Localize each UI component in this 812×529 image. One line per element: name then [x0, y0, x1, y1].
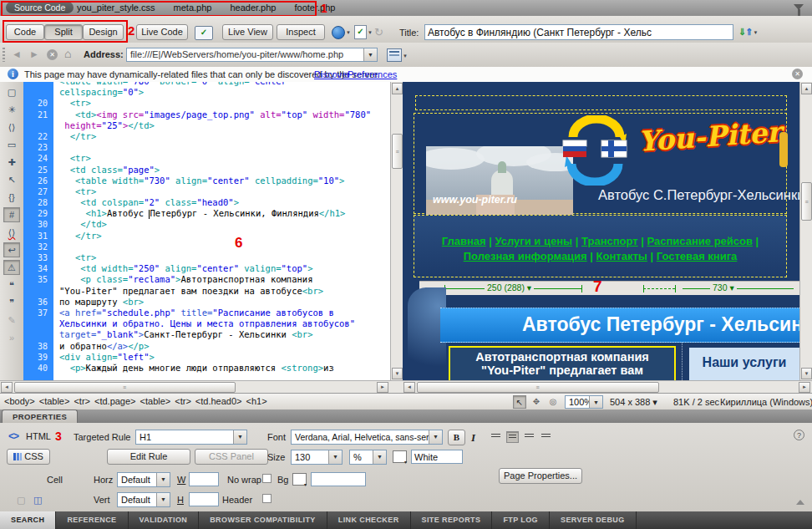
line-numbers-icon[interactable]: #: [3, 207, 20, 222]
size-unit-select[interactable]: %▼: [349, 450, 387, 465]
code-line[interactable]: </tr>: [53, 131, 390, 142]
code-line[interactable]: <a href="schedule.php" title="Расписание…: [53, 308, 390, 318]
results-tab-validation[interactable]: VALIDATION: [129, 511, 200, 529]
results-tab-link-checker[interactable]: LINK CHECKER: [327, 511, 411, 529]
align-right-icon[interactable]: [523, 431, 535, 443]
header-checkbox[interactable]: [262, 494, 272, 503]
scroll-down-icon[interactable]: ▼: [392, 368, 403, 379]
back-icon[interactable]: ◄: [12, 48, 22, 60]
code-line[interactable]: <tr>: [53, 153, 390, 164]
design-nav-link[interactable]: Гостевая книга: [657, 250, 738, 262]
size-select[interactable]: 130▼: [291, 450, 343, 465]
html-mode-button[interactable]: HTML: [26, 431, 51, 441]
select-tool-icon[interactable]: ↖: [513, 395, 526, 409]
highlight-invalid-code-icon[interactable]: ⟨⟩: [3, 225, 20, 240]
code-line[interactable]: <p>Каждый день многие люди отправляются …: [53, 363, 390, 374]
code-editor[interactable]: <table width="780" border="0" align="cen…: [53, 82, 390, 380]
css-panel-button[interactable]: CSS Panel: [195, 449, 268, 465]
code-line[interactable]: <td class="page">: [53, 165, 390, 175]
code-horizontal-scrollbar[interactable]: ◄ ≡ ►: [0, 380, 390, 393]
code-line[interactable]: <tr>: [53, 252, 390, 263]
tag-selector-item[interactable]: <td.page>: [94, 396, 136, 406]
select-parent-tag-icon[interactable]: ↖: [3, 172, 20, 187]
code-line[interactable]: <table width="730" align="center" cellpa…: [53, 175, 390, 186]
related-file-tab[interactable]: meta.php: [174, 3, 212, 13]
design-horizontal-scrollbar[interactable]: ◄ ≡ ►: [390, 380, 812, 393]
format-source-code-icon[interactable]: ✎: [3, 313, 20, 328]
file-management-icon[interactable]: ⇓⇑▼: [738, 27, 757, 38]
code-line[interactable]: <div align="left">: [53, 352, 390, 363]
code-line[interactable]: <td colspan="2" class="head0">: [53, 197, 390, 208]
align-center-icon[interactable]: [506, 431, 519, 443]
design-nav-link[interactable]: Контакты: [596, 250, 647, 262]
code-line[interactable]: <td width="250" align="center" valign="t…: [53, 263, 390, 274]
design-scroll-up-icon[interactable]: ▲: [801, 83, 812, 94]
related-file-tab[interactable]: you_piter_style.css: [77, 3, 155, 13]
design-scroll-down-icon[interactable]: ▼: [801, 368, 812, 379]
design-nav-link[interactable]: Полезная информация: [464, 250, 587, 262]
related-file-tab[interactable]: footer.php: [294, 3, 335, 13]
window-size-select[interactable]: 504 x 388 ▾: [610, 397, 657, 408]
w-input[interactable]: [189, 472, 219, 486]
inspect-button[interactable]: Inspect: [277, 24, 325, 40]
code-line[interactable]: cellspacing="0">: [53, 87, 390, 98]
collapse-panel-icon[interactable]: [796, 500, 804, 505]
split-cell-icon[interactable]: ◫: [33, 495, 42, 506]
code-line[interactable]: по маршруту <br>: [53, 297, 390, 308]
validate-page-icon[interactable]: ✓: [354, 25, 367, 39]
design-scroll-thumb[interactable]: ≡: [801, 182, 812, 221]
word-wrap-icon[interactable]: ↩: [3, 242, 20, 257]
code-line[interactable]: [53, 142, 390, 153]
code-line[interactable]: <tr>: [53, 98, 390, 109]
code-line[interactable]: target="_blank">Санкт-Петербург - Хельси…: [53, 329, 390, 340]
code-line[interactable]: height="25"></td>: [53, 120, 390, 131]
design-left-cell[interactable]: Автотранспортная компания "You-Piter" пр…: [449, 346, 676, 380]
tag-selector-item[interactable]: <td.head0>: [195, 396, 242, 406]
design-right-cell[interactable]: Наши услуги: [689, 348, 799, 380]
code-line[interactable]: <p class="reclama">Автотранспортная комп…: [53, 274, 390, 285]
open-documents-icon[interactable]: ▢: [3, 84, 20, 99]
tag-selector-item[interactable]: <tr>: [175, 396, 191, 406]
vert-select[interactable]: Default▼: [117, 492, 170, 507]
design-view-button[interactable]: Design: [83, 24, 124, 40]
design-vertical-scrollbar[interactable]: ▲ ≡ ▼: [799, 82, 812, 380]
bold-button[interactable]: B: [448, 430, 465, 445]
validate-dropdown-icon[interactable]: ▼: [368, 30, 373, 35]
collapse-full-tag-icon[interactable]: ⟨⟩: [3, 120, 20, 135]
code-scroll-left-icon[interactable]: ◄: [1, 382, 13, 393]
results-tab-search[interactable]: SEARCH: [0, 511, 56, 529]
tag-selector-item[interactable]: <table>: [39, 396, 70, 406]
horz-select[interactable]: Default▼: [117, 472, 170, 487]
italic-button[interactable]: I: [471, 431, 475, 445]
results-tab-reference[interactable]: REFERENCE: [56, 511, 128, 529]
apply-comment-icon[interactable]: ❝: [3, 277, 20, 292]
table-width-menu[interactable]: 730 ▾: [710, 282, 737, 292]
results-tab-site-reports[interactable]: SITE REPORTS: [411, 511, 493, 529]
refresh-icon[interactable]: ↻: [374, 26, 383, 38]
align-left-icon[interactable]: [490, 431, 502, 443]
code-line[interactable]: </td>: [53, 219, 390, 230]
help-icon[interactable]: ?: [794, 430, 804, 440]
forward-icon[interactable]: ►: [29, 48, 39, 60]
tag-selector-item[interactable]: <h1>: [246, 396, 267, 406]
preview-dropdown-icon[interactable]: ▼: [346, 30, 351, 35]
edit-rule-button[interactable]: Edit Rule: [107, 449, 190, 465]
remove-comment-icon[interactable]: ❞: [3, 295, 20, 310]
tag-selector-item[interactable]: <tr>: [74, 396, 90, 406]
expand-all-icon[interactable]: ✚: [3, 155, 20, 170]
title-input[interactable]: [424, 24, 733, 40]
related-file-tab[interactable]: header.php: [230, 3, 276, 13]
discover-link[interactable]: Discover: [314, 69, 350, 79]
code-navigator-icon[interactable]: ✳: [3, 102, 20, 117]
syntax-error-alerts-icon[interactable]: ⚠: [3, 260, 20, 275]
design-hscroll-thumb[interactable]: ≡: [417, 382, 659, 393]
code-view-button[interactable]: Code: [6, 24, 44, 40]
text-color-swatch[interactable]: [393, 450, 407, 463]
column-width-menu[interactable]: 250 (288) ▾: [485, 282, 534, 292]
page-properties-button[interactable]: Page Properties...: [499, 468, 582, 484]
preferences-link[interactable]: Preferences: [348, 69, 397, 79]
scroll-up-icon[interactable]: ▲: [392, 83, 403, 94]
design-scroll-left-icon[interactable]: ◄: [403, 382, 415, 393]
design-nav-link[interactable]: Главная: [442, 235, 486, 247]
close-info-bar-icon[interactable]: ✕: [792, 69, 803, 79]
